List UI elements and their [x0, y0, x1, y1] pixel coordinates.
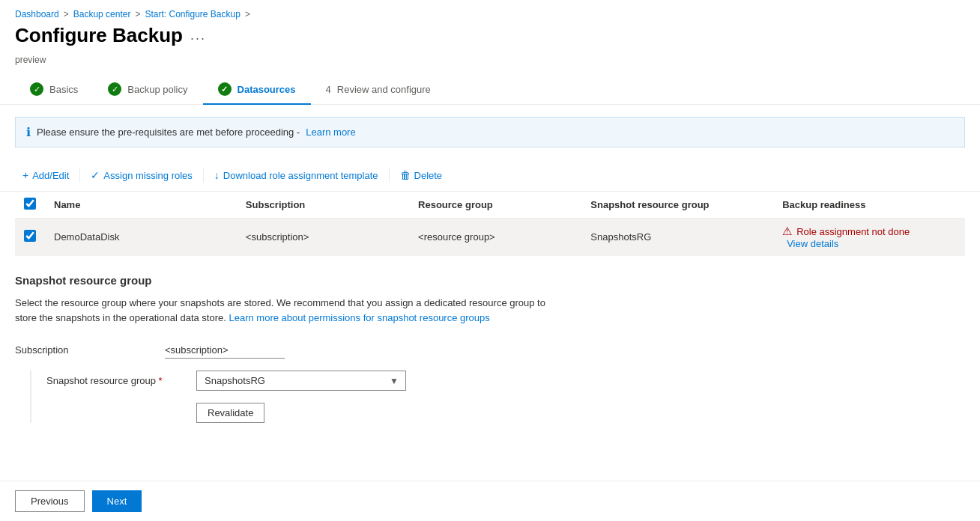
snapshot-rg-select-wrapper: SnapshotsRG ▼ [196, 371, 406, 391]
row-checkbox-cell [15, 219, 45, 256]
download-template-label: Download role assignment template [223, 170, 378, 181]
download-template-button[interactable]: ↓ Download role assignment template [207, 165, 386, 185]
assign-roles-label: Assign missing roles [103, 170, 193, 181]
learn-more-link[interactable]: Learn more [306, 127, 355, 138]
tab-backup-policy-icon: ✓ [108, 82, 121, 96]
snapshot-form: Subscription <subscription> Snapshot res… [15, 340, 965, 423]
subscription-label: Subscription [15, 340, 165, 356]
tab-review-icon: 4 [326, 84, 331, 95]
snapshot-rg-select[interactable]: SnapshotsRG [196, 371, 406, 391]
page-header: Configure Backup ... [0, 24, 980, 55]
tab-bar: ✓ Basics ✓ Backup policy ✓ Datasources 4… [0, 74, 980, 105]
footer: Previous Next [0, 481, 980, 521]
tab-basics-icon: ✓ [30, 82, 43, 96]
subscription-row: Subscription <subscription> [15, 340, 965, 359]
tab-backup-policy-label: Backup policy [127, 84, 187, 95]
select-all-checkbox[interactable] [24, 198, 36, 210]
status-error: ⚠ Role assignment not done [782, 225, 956, 238]
select-all-header [15, 192, 45, 219]
tab-review[interactable]: 4 Review and configure [311, 76, 446, 104]
snapshot-rg-label: Snapshot resource group [46, 371, 196, 386]
info-bar: ℹ Please ensure the pre-requisites are m… [15, 117, 965, 147]
tab-datasources-label: Datasources [238, 84, 296, 95]
readiness-text: Role assignment not done [796, 226, 910, 237]
add-edit-label: Add/Edit [32, 170, 69, 181]
tab-basics-label: Basics [49, 84, 78, 95]
row-checkbox[interactable] [24, 230, 36, 242]
add-icon: + [22, 169, 28, 181]
tab-review-label: Review and configure [337, 84, 431, 95]
breadcrumb-configure-backup[interactable]: Start: Configure Backup [145, 9, 240, 19]
breadcrumb-dashboard[interactable]: Dashboard [15, 9, 59, 19]
row-name: DemoDataDisk [45, 219, 237, 256]
view-details-link[interactable]: View details [787, 238, 838, 249]
toolbar-separator-3 [389, 168, 390, 183]
row-subscription: <subscription> [237, 219, 409, 256]
col-header-resource-group: Resource group [409, 192, 581, 219]
info-message: Please ensure the pre-requisites are met… [37, 127, 300, 138]
datasources-table: Name Subscription Resource group Snapsho… [15, 192, 965, 256]
add-edit-button[interactable]: + Add/Edit [15, 165, 76, 185]
table-header-row: Name Subscription Resource group Snapsho… [15, 192, 965, 219]
previous-button[interactable]: Previous [15, 490, 85, 512]
subscription-value: <subscription> [165, 340, 285, 359]
col-header-backup-readiness: Backup readiness [773, 192, 965, 219]
breadcrumb: Dashboard > Backup center > Start: Confi… [0, 0, 980, 24]
tab-datasources[interactable]: ✓ Datasources [203, 75, 311, 105]
page-subtitle: preview [0, 55, 980, 74]
col-header-name: Name [45, 192, 237, 219]
info-icon: ℹ [26, 125, 31, 139]
toolbar: + Add/Edit ✓ Assign missing roles ↓ Down… [0, 159, 980, 192]
assign-roles-button[interactable]: ✓ Assign missing roles [83, 165, 200, 185]
download-icon: ↓ [214, 169, 220, 181]
tab-datasources-icon: ✓ [218, 82, 232, 96]
toolbar-separator-1 [79, 168, 80, 183]
toolbar-separator-2 [203, 168, 204, 183]
error-icon: ⚠ [782, 225, 792, 238]
breadcrumb-backup-center[interactable]: Backup center [73, 9, 131, 19]
checkmark-icon: ✓ [91, 169, 100, 181]
ellipsis-button[interactable]: ... [190, 28, 206, 43]
col-header-subscription: Subscription [237, 192, 409, 219]
page-title: Configure Backup [15, 24, 183, 47]
snapshot-rg-section: Snapshot resource group Select the resou… [0, 256, 980, 441]
tab-backup-policy[interactable]: ✓ Backup policy [93, 75, 202, 105]
datasources-table-container: Name Subscription Resource group Snapsho… [0, 192, 980, 256]
delete-icon: 🗑 [400, 169, 411, 181]
revalidate-row: Revalidate [196, 403, 965, 423]
col-header-snapshot-rg: Snapshot resource group [581, 192, 773, 219]
snapshot-learn-more-link[interactable]: Learn more about permissions for snapsho… [229, 312, 489, 323]
delete-button[interactable]: 🗑 Delete [393, 165, 450, 185]
snapshot-section-title: Snapshot resource group [15, 274, 965, 287]
snapshot-section-desc: Select the resource group where your sna… [15, 296, 554, 325]
tab-basics[interactable]: ✓ Basics [15, 75, 93, 105]
row-snapshot-rg: SnapshotsRG [581, 219, 773, 256]
rg-indent: Snapshot resource group SnapshotsRG ▼ Re… [30, 371, 965, 423]
table-row: DemoDataDisk <subscription> <resource gr… [15, 219, 965, 256]
row-readiness: ⚠ Role assignment not done View details [773, 219, 965, 256]
row-resource-group: <resource group> [409, 219, 581, 256]
snapshot-rg-row: Snapshot resource group SnapshotsRG ▼ [46, 371, 965, 391]
delete-label: Delete [414, 170, 443, 181]
next-button[interactable]: Next [92, 490, 142, 512]
revalidate-button[interactable]: Revalidate [196, 403, 264, 423]
